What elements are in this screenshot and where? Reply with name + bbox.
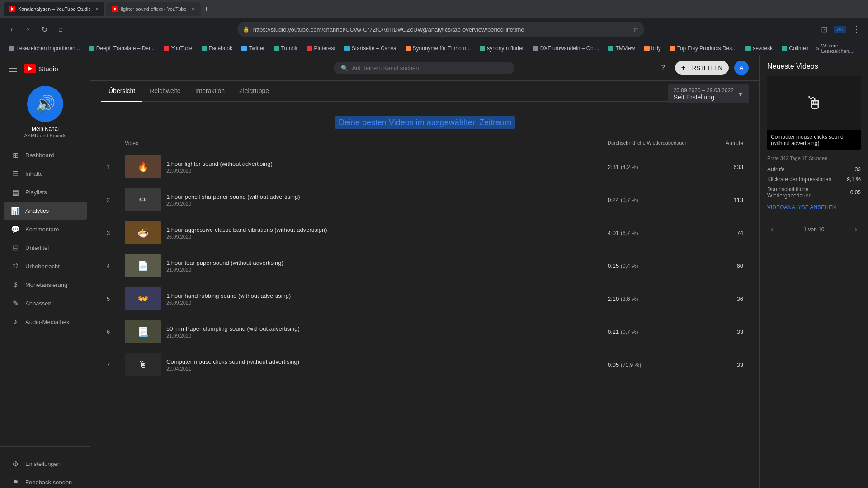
sidebar-item-untertitel[interactable]: ⊟ Untertitel xyxy=(4,239,87,257)
sidebar: Studio 🔊 Mein Kanal ASMR and Sounds ⊞ Da… xyxy=(0,55,90,488)
bookmark-item[interactable]: Synonyme für Einhorn... xyxy=(402,44,475,52)
sidebar-item-inhalte[interactable]: ☰ Inhalte xyxy=(4,164,87,183)
back-button[interactable]: ‹ xyxy=(5,23,18,36)
video-thumbnail[interactable]: ✏ xyxy=(125,188,161,211)
video-thumbnail[interactable]: 🍜 xyxy=(125,221,161,244)
next-page-button[interactable]: › xyxy=(851,224,861,235)
sidebar-item-kommentare[interactable]: 💬 Kommentare xyxy=(4,220,87,238)
bookmark-item[interactable]: Startseite – Canva xyxy=(341,44,400,52)
more-bookmarks-icon[interactable]: » xyxy=(816,45,820,52)
table-row: 7 🖱 Computer mouse clicks sound (without… xyxy=(101,348,749,381)
pagination: ‹ 1 von 10 › xyxy=(767,218,861,235)
browser-bar: ‹ › ↻ ⌂ 🔒 https://studio.youtube.com/cha… xyxy=(0,18,868,41)
reload-button[interactable]: ↻ xyxy=(38,23,51,36)
bookmark-item[interactable]: Twitter xyxy=(238,44,268,52)
stats-subtitle: Erste 342 Tage 15 Stunden: xyxy=(767,155,861,161)
video-thumbnail[interactable]: 🔥 xyxy=(125,155,161,178)
sidebar-item-urheberrecht[interactable]: © Urheberrecht xyxy=(4,257,87,275)
tab-close-active[interactable]: ✕ xyxy=(95,6,99,12)
sidebar-item-analytics[interactable]: 📊 Analytics xyxy=(4,202,87,220)
yt-studio-logo[interactable]: Studio xyxy=(24,64,58,73)
video-duration: 0:15 (0,4 %) xyxy=(608,263,689,269)
address-bar[interactable]: 🔒 https://studio.youtube.com/channel/UCv… xyxy=(237,22,644,37)
hamburger-menu[interactable] xyxy=(7,62,20,75)
featured-video-card[interactable]: 🖱 Computer mouse clicks sound (without a… xyxy=(767,76,861,150)
section-title: Deine besten Videos im ausgewählten Zeit… xyxy=(101,113,749,136)
video-title: 1 hour aggressive elastic band vibration… xyxy=(166,226,327,233)
video-views: 633 xyxy=(689,164,743,170)
stat-value-aufrufe: 33 xyxy=(855,166,861,173)
browser-chrome: Kanalanalysen – YouTube Studio ✕ lighter… xyxy=(0,0,868,41)
bookmark-item[interactable]: Top Etsy Products Res... xyxy=(666,44,740,52)
video-analysis-link[interactable]: VIDEOANALYSE ANSEHEN xyxy=(767,204,861,211)
studio-label: Studio xyxy=(39,65,58,73)
create-button[interactable]: + ERSTELLEN xyxy=(675,61,729,75)
video-date: 21.09.2020 xyxy=(166,267,283,272)
bookmark-label: sevdesk xyxy=(753,45,773,52)
user-avatar[interactable]: A xyxy=(734,61,749,75)
video-thumbnail[interactable]: 🖱 xyxy=(125,353,161,376)
sidebar-item-feedback[interactable]: ⚑ Feedback senden xyxy=(4,473,87,488)
bookmark-item[interactable]: synonym finder xyxy=(476,44,527,52)
help-button[interactable]: ? xyxy=(657,61,670,74)
more-bookmarks-label[interactable]: Weitere Lesezeichen... xyxy=(821,43,863,54)
tab-reichweite[interactable]: Reichweite xyxy=(142,81,188,102)
video-duration: 0:05 (71,9 %) xyxy=(608,361,689,368)
bookmark-item[interactable]: DXF umwandeln – Onl... xyxy=(529,44,603,52)
bookmark-item[interactable]: DeepL Translate – Der... xyxy=(85,44,159,52)
col-views: Aufrufe xyxy=(689,140,743,146)
sidebar-item-label-analytics: Analytics xyxy=(25,207,49,214)
video-duration: 0:21 (0,7 %) xyxy=(608,328,689,335)
stat-label-duration: Durchschnittliche Wiedergabedauer xyxy=(767,186,850,199)
bookmark-label: synonym finder xyxy=(487,45,524,52)
dashboard-icon: ⊞ xyxy=(11,150,20,160)
tab-bar: Kanalanalysen – YouTube Studio ✕ lighter… xyxy=(0,0,868,18)
video-thumbnail[interactable]: 📄 xyxy=(125,254,161,277)
sidebar-item-einstellungen[interactable]: ⚙ Einstellungen xyxy=(4,455,87,473)
search-input[interactable] xyxy=(352,65,507,71)
stat-row-duration: Durchschnittliche Wiedergabedauer 0:05 xyxy=(767,186,861,199)
new-tab-button[interactable]: + xyxy=(203,3,211,16)
tab-interaktion[interactable]: Interaktion xyxy=(188,81,232,102)
video-views: 33 xyxy=(689,361,743,368)
bookmark-item[interactable]: TMView xyxy=(604,44,638,52)
bookmark-item[interactable]: Tumblr xyxy=(270,44,302,52)
channel-avatar[interactable]: 🔊 xyxy=(27,86,63,122)
bookmark-item[interactable]: YouTube xyxy=(160,44,196,52)
sidebar-item-monetarisierung[interactable]: $ Monetarisierung xyxy=(4,276,87,294)
video-thumbnail[interactable]: 👐 xyxy=(125,287,161,310)
tab-uebersicht[interactable]: Übersicht xyxy=(101,81,142,102)
sidebar-item-label-kommentare: Kommentare xyxy=(25,226,59,233)
date-range-selector[interactable]: 20.09.2020 – 29.03.2022 Seit Erstellung … xyxy=(668,84,749,103)
playlists-icon: ▤ xyxy=(11,188,20,197)
sidebar-item-anpassen[interactable]: ✎ Anpassen xyxy=(4,294,87,312)
browser-menu-button[interactable]: ⋮ xyxy=(850,23,863,36)
sidebar-item-playlists[interactable]: ▤ Playlists xyxy=(4,183,87,201)
bookmark-item[interactable]: Lesezeichen importieren... xyxy=(5,44,84,52)
mouse-icon: 🖱 xyxy=(805,93,823,113)
sidebar-header: Studio xyxy=(0,59,90,82)
video-details: 1 hour lighter sound (without advertisin… xyxy=(166,160,273,174)
tab-zielgruppe[interactable]: Zielgruppe xyxy=(232,81,276,102)
bookmark-item[interactable]: Collmex xyxy=(778,44,812,52)
bookmark-star-icon[interactable]: ☆ xyxy=(633,26,639,33)
home-button[interactable]: ⌂ xyxy=(54,23,67,36)
forward-button[interactable]: › xyxy=(22,23,34,36)
bookmark-item[interactable]: Pinterest xyxy=(303,44,339,52)
tab-close-inactive[interactable]: ✕ xyxy=(191,6,195,12)
bookmark-item[interactable]: sevdesk xyxy=(742,44,776,52)
tab-inactive[interactable]: lighter sound effect - YouTube ✕ xyxy=(106,2,201,16)
bookmark-item[interactable]: Facebook xyxy=(198,44,236,52)
search-bar[interactable]: 🔍 xyxy=(334,62,514,74)
video-thumbnail[interactable]: 📃 xyxy=(125,320,161,343)
bookmark-favicon xyxy=(406,46,411,51)
sidebar-item-dashboard[interactable]: ⊞ Dashboard xyxy=(4,146,87,164)
bookmark-item[interactable]: bitly xyxy=(641,44,665,52)
video-views: 74 xyxy=(689,230,743,236)
prev-page-button[interactable]: ‹ xyxy=(767,224,777,235)
page-info: 1 von 10 xyxy=(803,226,824,233)
tab-active[interactable]: Kanalanalysen – YouTube Studio ✕ xyxy=(4,2,104,16)
extensions-button[interactable]: ⊡ xyxy=(818,23,830,36)
sidebar-item-audio-mediathek[interactable]: ♪ Audio-Mediathek xyxy=(4,313,87,331)
stat-value-duration: 0:05 xyxy=(850,189,861,196)
